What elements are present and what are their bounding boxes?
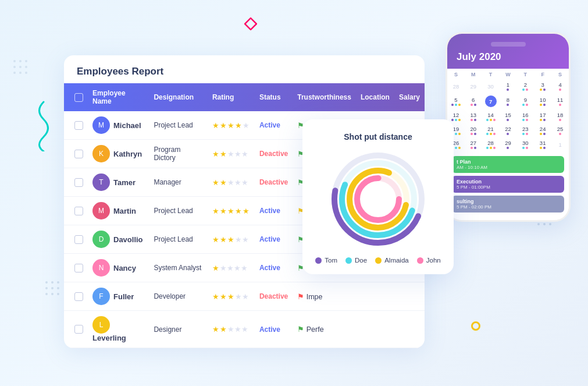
row-status: Deactive bbox=[255, 282, 293, 311]
calendar-day-header: S bbox=[551, 69, 569, 79]
calendar-day[interactable]: 30 bbox=[516, 137, 534, 151]
calendar-day[interactable]: 6 bbox=[465, 93, 482, 109]
calendar-day[interactable]: 18 bbox=[551, 109, 569, 123]
calendar-day[interactable]: 7 bbox=[482, 93, 500, 109]
row-checkbox[interactable] bbox=[64, 111, 88, 140]
row-checkbox[interactable] bbox=[64, 225, 88, 254]
circle-yellow-decoration bbox=[471, 321, 480, 331]
calendar-day[interactable]: 2 bbox=[516, 79, 534, 93]
calendar-day-header: M bbox=[465, 69, 482, 79]
calendar-day-header: W bbox=[500, 69, 517, 79]
row-status: Active bbox=[255, 111, 293, 140]
row-checkbox[interactable] bbox=[64, 282, 88, 311]
table-row[interactable]: LLeverlingDesigner★★★★★Active⚑ Perfe bbox=[64, 311, 425, 348]
calendar-day[interactable]: 27 bbox=[465, 137, 482, 151]
svg-point-11 bbox=[537, 223, 540, 225]
svg-point-16 bbox=[57, 281, 59, 284]
row-designation: Project Lead bbox=[149, 225, 207, 254]
row-rating: ★★★★★ bbox=[208, 311, 255, 348]
calendar-day[interactable]: 23 bbox=[516, 123, 534, 137]
svg-point-19 bbox=[57, 287, 59, 289]
row-checkbox[interactable] bbox=[64, 254, 88, 282]
svg-point-15 bbox=[51, 281, 54, 284]
calendar-day[interactable]: 11 bbox=[551, 93, 569, 109]
squiggle-decoration bbox=[32, 99, 49, 146]
calendar-day-header: T bbox=[482, 69, 500, 79]
calendar-day[interactable]: 9 bbox=[516, 93, 534, 109]
calendar-day[interactable]: 1 bbox=[500, 79, 517, 93]
table-row[interactable]: FFullerDeveloper★★★★★Deactive⚑ Impe bbox=[64, 282, 425, 311]
row-rating: ★★★★★ bbox=[208, 111, 255, 140]
svg-point-25 bbox=[25, 60, 27, 62]
shot-put-chart-card: Shot put distance Tom Doe Almaida bbox=[302, 119, 454, 274]
select-all-header[interactable] bbox=[64, 83, 88, 111]
calendar-header: July 2020 bbox=[447, 34, 569, 69]
calendar-day[interactable]: 17 bbox=[534, 109, 551, 123]
event-consulting-title: sulting bbox=[457, 199, 560, 204]
calendar-day[interactable]: 28 bbox=[447, 79, 465, 93]
svg-point-14 bbox=[45, 281, 48, 284]
calendar-day[interactable]: 25 bbox=[551, 123, 569, 137]
row-designation: System Analyst bbox=[149, 254, 207, 282]
row-designation: Program Dictory bbox=[149, 140, 207, 168]
col-status: Status bbox=[255, 83, 293, 111]
calendar-day[interactable]: 8 bbox=[500, 93, 517, 109]
calendar-day[interactable]: 22 bbox=[500, 123, 517, 137]
row-rating: ★★★★★ bbox=[208, 254, 255, 282]
calendar-week-row: 19202122232425 bbox=[447, 123, 569, 137]
calendar-day[interactable]: 28 bbox=[482, 137, 500, 151]
calendar-day[interactable]: 13 bbox=[465, 109, 482, 123]
calendar-day[interactable]: 30 bbox=[482, 79, 500, 93]
calendar-day[interactable]: 29 bbox=[465, 79, 482, 93]
svg-point-27 bbox=[19, 66, 22, 68]
row-checkbox[interactable] bbox=[64, 197, 88, 225]
table-title: Employees Report bbox=[64, 55, 425, 83]
row-employee-name: KKathryn bbox=[88, 140, 149, 168]
calendar-week-row: 2627282930311 bbox=[447, 137, 569, 151]
row-checkbox[interactable] bbox=[64, 311, 88, 348]
calendar-day[interactable]: 24 bbox=[534, 123, 551, 137]
col-designation: Designation bbox=[149, 83, 207, 111]
row-employee-name: MMichael bbox=[88, 111, 149, 140]
calendar-day[interactable]: 16 bbox=[516, 109, 534, 123]
calendar-day[interactable]: 31 bbox=[534, 137, 551, 151]
col-location: Location bbox=[356, 83, 394, 111]
svg-rect-0 bbox=[245, 18, 256, 30]
calendar-day-header: S bbox=[447, 69, 465, 79]
legend-doe: Doe bbox=[345, 257, 367, 264]
calendar-day-header: T bbox=[516, 69, 534, 79]
row-employee-name: DDavollio bbox=[88, 225, 149, 254]
svg-point-24 bbox=[19, 60, 22, 62]
row-checkbox[interactable] bbox=[64, 168, 88, 197]
calendar-grid: SMTWTFS 28293012345678910111213141516171… bbox=[447, 69, 569, 151]
row-designation: Project Lead bbox=[149, 197, 207, 225]
legend-label-almaida: Almaida bbox=[384, 257, 409, 264]
event-execution: Execution 5 PM - 01:00PM bbox=[452, 176, 564, 193]
chart-visual bbox=[313, 150, 443, 249]
calendar-day[interactable]: 3 bbox=[534, 79, 551, 93]
col-employee-name: Employee Name bbox=[88, 83, 149, 111]
dot-grid-top-left bbox=[12, 58, 47, 95]
row-trustworthiness: ⚑ Impe bbox=[293, 282, 356, 311]
calendar-day[interactable]: 5 bbox=[447, 93, 465, 109]
calendar-month-year: July 2020 bbox=[457, 51, 560, 63]
calendar-week-row: 567891011 bbox=[447, 93, 569, 109]
row-designation: Designer bbox=[149, 311, 207, 348]
legend-label-john: John bbox=[426, 257, 441, 264]
row-employee-name: MMartin bbox=[88, 197, 149, 225]
row-rating: ★★★★★ bbox=[208, 282, 255, 311]
row-status: Active bbox=[255, 254, 293, 282]
calendar-day[interactable]: 4 bbox=[551, 79, 569, 93]
svg-point-22 bbox=[57, 293, 59, 295]
calendar-day[interactable]: 15 bbox=[500, 109, 517, 123]
calendar-day[interactable]: 20 bbox=[465, 123, 482, 137]
event-execution-title: Execution bbox=[457, 179, 560, 185]
calendar-day[interactable]: 10 bbox=[534, 93, 551, 109]
calendar-day[interactable]: 1 bbox=[551, 137, 569, 151]
calendar-day[interactable]: 29 bbox=[500, 137, 517, 151]
row-checkbox[interactable] bbox=[64, 140, 88, 168]
legend-john: John bbox=[417, 257, 441, 264]
calendar-day[interactable]: 21 bbox=[482, 123, 500, 137]
svg-point-21 bbox=[51, 293, 54, 295]
calendar-day[interactable]: 14 bbox=[482, 109, 500, 123]
